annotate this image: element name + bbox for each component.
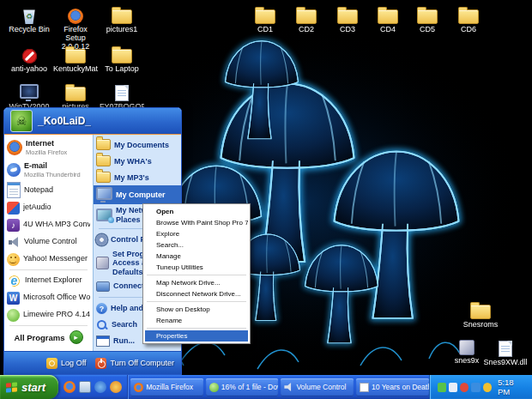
speaker-icon [7,235,21,249]
folder-icon [296,9,317,24]
task-button-download[interactable]: 16% of 1 file - Downl... [206,378,279,396]
desktop-icon-label: Recycle Bin [9,26,50,34]
context-item-search[interactable]: Search... [145,239,248,251]
quick-launch-media-player-icon[interactable] [110,381,122,393]
desktop-icon-cd4[interactable]: CD4 [366,5,410,34]
folder-icon [96,139,111,150]
log-off-key-icon [46,358,57,369]
network-icon [96,209,112,221]
start-item-word-2003[interactable]: Microsoft Office Word 2003 [4,289,93,306]
tv-app-icon [20,84,39,99]
program-access-icon [96,257,109,269]
start-item-mp3-converter[interactable]: 4U WHA MP3 Converter [4,216,93,233]
start-item-notepad[interactable]: Notepad [4,181,93,199]
taskbar-clock[interactable]: 5:18 PM [498,378,526,396]
quick-launch-show-desktop-icon[interactable] [79,381,91,393]
desktop[interactable]: Recycle Bin Firefox Setup 2.0.0.12 pictu… [0,0,532,399]
start-item-limewire[interactable]: Limewire PRO 4.14.10 [4,306,93,323]
log-off-button[interactable]: Log Off [46,358,86,369]
folder-icon [417,9,438,24]
context-item-open[interactable]: Open [145,206,248,217]
user-name: _Ko0LaiD_ [38,115,91,127]
word-icon [7,292,20,305]
desktop-icon-snesroms[interactable]: Snesroms [458,300,503,329]
firefox-icon [134,383,143,392]
firefox-icon [7,140,22,155]
start-item-jetaudio[interactable]: jetAudio [4,199,93,216]
context-item-show-on-desktop[interactable]: Show on Desktop [145,304,248,315]
quick-launch-internet-explorer-icon[interactable] [94,381,106,393]
desktop-icon-cd1[interactable]: CD1 [243,5,287,34]
tray-display-icon[interactable] [449,383,457,392]
skull-avatar-icon: ☠ [16,114,27,128]
task-button-volume-control[interactable]: Volume Control [281,378,354,396]
tray-update-icon[interactable] [483,383,492,392]
all-programs-button[interactable]: All Programs ▸ [4,328,93,347]
folder-icon [112,9,132,24]
all-programs-arrow-icon: ▸ [70,330,83,344]
start-item-my-computer[interactable]: My Computer [94,185,181,204]
desktop-icon-anti-yahoo[interactable]: anti-yahoo [7,45,51,74]
start-item-internet-explorer[interactable]: Internet Explorer [4,272,93,289]
app-icon [459,340,475,355]
desktop-icon-cd3[interactable]: CD3 [325,5,370,34]
user-avatar[interactable]: ☠ [10,110,33,132]
desktop-icon-snes9xw-dll[interactable]: Snes9XW.dll [483,338,528,367]
start-item-email[interactable]: E-mailMozilla Thunderbird [4,159,93,181]
task-button-death-row-doc[interactable]: 10 Years on Death R... [356,378,429,396]
tray-network-icon[interactable] [471,383,480,392]
context-item-map-network-drive[interactable]: Map Network Drive... [145,277,248,288]
turn-off-computer-button[interactable]: Turn Off Computer [95,358,174,369]
quick-launch-firefox-icon[interactable] [63,381,76,393]
task-button-firefox[interactable]: Mozilla Firefox [130,378,203,396]
speaker-icon [284,383,293,392]
converter-icon [7,219,20,232]
divider [9,269,88,270]
divider [147,275,246,275]
context-item-properties[interactable]: Properties [145,330,248,342]
desktop-icon-cd6[interactable]: CD6 [446,5,491,34]
desktop-icon-recycle-bin[interactable]: Recycle Bin [7,5,51,34]
folder-icon [337,9,358,24]
context-item-browse-paint-shop-pro[interactable]: Browse With Paint Shop Pro 7 [145,217,248,228]
desktop-icon-cd5[interactable]: CD5 [405,5,450,34]
context-item-disconnect-network-drive[interactable]: Disconnect Network Drive... [145,288,248,299]
folder-icon [65,87,86,101]
start-item-my-mp3s[interactable]: My MP3's [94,169,181,185]
start-item-my-whas[interactable]: My WHA's [94,153,181,169]
divider [9,325,88,326]
tray-messenger-icon[interactable] [438,383,446,392]
document-icon [360,383,369,392]
desktop-icon-kentuckymath[interactable]: KentuckyMath [53,45,98,74]
desktop-icon-pictures1[interactable]: pictures1 [100,5,144,34]
context-item-explore[interactable]: Explore [145,228,248,239]
start-item-internet[interactable]: InternetMozilla Firefox [4,136,93,159]
download-icon [209,383,219,392]
divider [147,301,246,302]
my-computer-context-menu: Open Browse With Paint Shop Pro 7 Explor… [142,203,251,344]
limewire-icon [7,309,20,322]
start-menu-pinned-column: InternetMozilla Firefox E-mailMozilla Th… [4,135,93,351]
desktop-icon-to-laptop[interactable]: To Laptop [100,45,144,74]
taskbar: start Mozilla Firefox 16% of 1 file - Do… [0,375,532,399]
control-panel-icon [96,234,107,245]
start-item-volume-control[interactable]: Volume Control [4,233,93,251]
folder-icon [96,155,111,166]
folder-icon [470,305,491,319]
context-item-rename[interactable]: Rename [145,315,248,326]
internet-explorer-icon [7,274,21,288]
tray-antivirus-icon[interactable] [460,383,469,392]
start-item-yahoo-messenger[interactable]: Yahoo! Messenger [4,251,93,268]
quick-launch-bar [58,375,128,399]
context-item-tuneup-utilities[interactable]: Tuneup Utilities [145,262,248,273]
notepad-icon [7,182,21,198]
start-button[interactable]: start [0,375,58,399]
folder-icon [96,172,111,183]
thunderbird-icon [7,163,21,177]
context-item-manage[interactable]: Manage [145,251,248,262]
help-icon [96,303,107,314]
start-item-my-documents[interactable]: My Documents [94,136,181,153]
firefox-icon [68,9,83,24]
desktop-icon-cd2[interactable]: CD2 [284,5,329,34]
recycle-bin-icon [22,9,36,24]
